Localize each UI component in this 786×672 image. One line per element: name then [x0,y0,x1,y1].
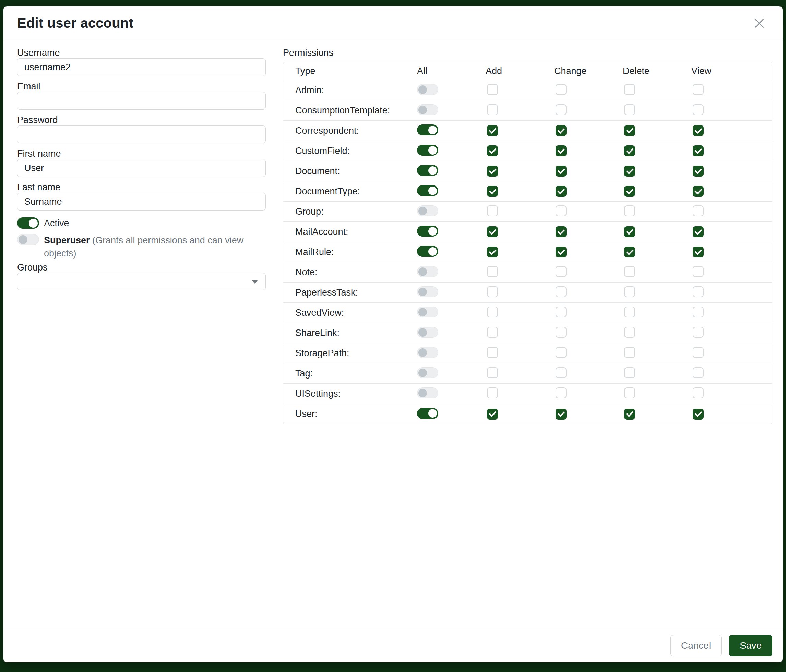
permission-add-checkbox[interactable] [487,247,498,257]
permission-change-checkbox[interactable] [556,226,566,237]
username-field[interactable] [17,58,266,76]
permission-delete-checkbox[interactable] [624,306,635,317]
save-button[interactable]: Save [729,635,772,656]
password-field[interactable] [17,126,266,143]
permission-change-checkbox[interactable] [556,84,566,95]
permission-all-toggle[interactable] [417,306,438,317]
permission-view-checkbox[interactable] [693,347,704,358]
permission-add-checkbox[interactable] [487,226,498,237]
permission-view-checkbox[interactable] [693,226,704,237]
permission-change-checkbox[interactable] [556,247,566,257]
permission-delete-checkbox[interactable] [624,409,635,420]
permission-view-checkbox[interactable] [693,266,704,277]
permission-view-checkbox[interactable] [693,166,704,177]
permission-add-checkbox[interactable] [487,388,498,399]
permission-all-toggle[interactable] [417,388,438,399]
permission-change-checkbox[interactable] [556,327,566,338]
permission-delete-checkbox[interactable] [624,247,635,257]
permission-delete-checkbox[interactable] [624,347,635,358]
permission-delete-cell [623,125,691,136]
groups-select[interactable] [17,273,266,290]
permission-change-checkbox[interactable] [556,145,566,156]
superuser-toggle[interactable] [17,234,39,245]
permission-delete-checkbox[interactable] [624,104,635,115]
permission-all-toggle[interactable] [417,124,438,135]
permission-delete-checkbox[interactable] [624,145,635,156]
permission-add-checkbox[interactable] [487,186,498,197]
permission-add-checkbox[interactable] [487,84,498,95]
permission-all-toggle[interactable] [417,185,438,196]
permission-add-checkbox[interactable] [487,266,498,277]
table-row: Tag: [283,363,772,384]
permission-delete-checkbox[interactable] [624,166,635,177]
permission-view-cell [691,388,760,400]
permission-add-checkbox[interactable] [487,104,498,115]
close-icon[interactable] [750,14,769,33]
permission-change-checkbox[interactable] [556,388,566,399]
permission-change-checkbox[interactable] [556,206,566,216]
permission-all-toggle[interactable] [417,226,438,237]
permission-delete-checkbox[interactable] [624,84,635,95]
permission-change-checkbox[interactable] [556,104,566,115]
cancel-button[interactable]: Cancel [670,635,722,656]
permission-delete-checkbox[interactable] [624,388,635,399]
permission-add-checkbox[interactable] [487,206,498,216]
permission-change-checkbox[interactable] [556,166,566,177]
permission-all-toggle[interactable] [417,246,438,257]
permission-change-checkbox[interactable] [556,409,566,420]
permission-change-checkbox[interactable] [556,347,566,358]
permission-view-checkbox[interactable] [693,367,704,378]
permission-all-toggle[interactable] [417,165,438,176]
permission-change-checkbox[interactable] [556,186,566,197]
toggle-knob [418,389,427,397]
permission-change-checkbox[interactable] [556,266,566,277]
permission-view-checkbox[interactable] [693,286,704,297]
permission-all-toggle[interactable] [417,104,438,115]
permission-add-checkbox[interactable] [487,409,498,420]
permission-all-toggle[interactable] [417,367,438,378]
permission-view-checkbox[interactable] [693,84,704,95]
permission-view-checkbox[interactable] [693,125,704,136]
permission-view-checkbox[interactable] [693,409,704,420]
permission-all-toggle[interactable] [417,206,438,216]
permission-delete-checkbox[interactable] [624,226,635,237]
permission-delete-checkbox[interactable] [624,186,635,197]
permission-all-toggle[interactable] [417,84,438,95]
permission-delete-checkbox[interactable] [624,206,635,216]
permission-change-checkbox[interactable] [556,367,566,378]
active-toggle[interactable] [17,217,39,229]
permission-view-checkbox[interactable] [693,327,704,338]
permission-add-checkbox[interactable] [487,327,498,338]
permission-delete-checkbox[interactable] [624,367,635,378]
permission-view-checkbox[interactable] [693,306,704,317]
permission-all-toggle[interactable] [417,408,438,419]
permission-change-checkbox[interactable] [556,286,566,297]
last-name-field[interactable] [17,193,266,210]
permission-view-checkbox[interactable] [693,206,704,216]
permission-view-checkbox[interactable] [693,247,704,257]
first-name-field[interactable] [17,159,266,177]
permission-view-checkbox[interactable] [693,186,704,197]
permission-view-checkbox[interactable] [693,104,704,115]
permission-add-checkbox[interactable] [487,367,498,378]
permission-add-checkbox[interactable] [487,347,498,358]
permission-add-checkbox[interactable] [487,306,498,317]
permission-add-checkbox[interactable] [487,166,498,177]
permission-all-toggle[interactable] [417,145,438,155]
permission-all-toggle[interactable] [417,286,438,297]
permission-delete-checkbox[interactable] [624,125,635,136]
permission-add-checkbox[interactable] [487,286,498,297]
permission-all-toggle[interactable] [417,327,438,338]
permission-view-checkbox[interactable] [693,388,704,399]
permission-delete-checkbox[interactable] [624,286,635,297]
permission-all-toggle[interactable] [417,347,438,358]
permission-delete-checkbox[interactable] [624,327,635,338]
permission-all-toggle[interactable] [417,266,438,277]
permission-add-checkbox[interactable] [487,125,498,136]
permission-change-checkbox[interactable] [556,125,566,136]
email-field[interactable] [17,92,266,110]
permission-view-checkbox[interactable] [693,145,704,156]
permission-delete-checkbox[interactable] [624,266,635,277]
permission-change-checkbox[interactable] [556,306,566,317]
permission-add-checkbox[interactable] [487,145,498,156]
